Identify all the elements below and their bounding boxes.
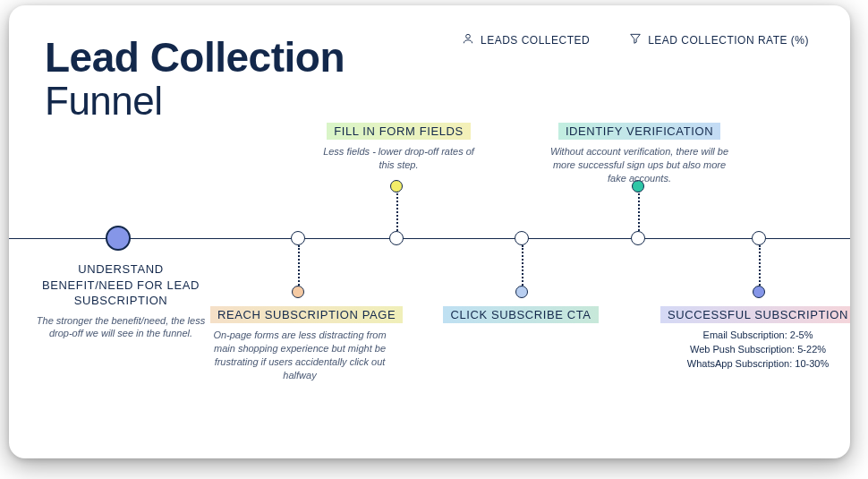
timeline-node-6 — [752, 231, 766, 245]
connector-3 — [396, 191, 398, 231]
connector-4 — [522, 245, 523, 286]
endpoint-3 — [390, 180, 403, 192]
step-form-fields: FILL IN FORM FIELDS Less fields - lower … — [320, 123, 477, 172]
person-icon — [462, 32, 474, 47]
legend-item-rate: LEAD COLLECTION RATE (%) — [629, 32, 809, 47]
timeline-node-2 — [291, 231, 305, 245]
step-stats: Email Subscription: 2-5% Web Push Subscr… — [655, 329, 850, 372]
endpoint-2 — [292, 286, 304, 298]
step-title: FILL IN FORM FIELDS — [327, 123, 471, 140]
step-reach-page: REACH SUBSCRIPTION PAGE On-page forms ar… — [210, 306, 389, 381]
connector-6 — [759, 245, 761, 286]
step-desc: Without account verification, there will… — [548, 145, 731, 185]
timeline-node-3 — [389, 231, 404, 245]
endpoint-4 — [515, 286, 528, 298]
legend: LEADS COLLECTED LEAD COLLECTION RATE (%) — [462, 32, 809, 47]
endpoint-6 — [753, 286, 765, 298]
step-desc: On-page forms are less distracting from … — [210, 329, 389, 381]
title-line2: Funnel — [45, 79, 814, 124]
step-title: SUCCESSFUL SUBSCRIPTION — [660, 306, 850, 323]
step-understand: UNDERSTAND BENEFIT/NEED FOR LEAD SUBSCRI… — [36, 261, 206, 340]
connector-5 — [638, 191, 640, 231]
diagram-card: LEADS COLLECTED LEAD COLLECTION RATE (%)… — [9, 5, 850, 458]
connector-2 — [298, 245, 300, 286]
step-desc: Less fields - lower drop-off rates of th… — [320, 145, 477, 172]
step-click-cta: CLICK SUBSCRIBE CTA — [436, 306, 606, 329]
legend-label: LEAD COLLECTION RATE (%) — [648, 34, 809, 47]
step-title: REACH SUBSCRIPTION PAGE — [210, 306, 403, 323]
timeline-node-4 — [515, 231, 529, 245]
step-title: UNDERSTAND BENEFIT/NEED FOR LEAD SUBSCRI… — [36, 261, 206, 309]
funnel-icon — [629, 32, 642, 47]
page-title: Lead Collection Funnel — [45, 36, 814, 124]
step-verification: IDENTIFY VERIFICATION Without account ve… — [548, 123, 731, 185]
step-success: SUCCESSFUL SUBSCRIPTION Email Subscripti… — [655, 306, 850, 372]
legend-label: LEADS COLLECTED — [481, 34, 590, 47]
step-title: CLICK SUBSCRIBE CTA — [443, 306, 598, 323]
timeline-node-5 — [631, 231, 645, 245]
svg-point-0 — [466, 34, 471, 38]
step-desc: The stronger the benefit/need, the less … — [36, 314, 206, 341]
step-title: IDENTIFY VERIFICATION — [558, 123, 720, 140]
legend-item-leads: LEADS COLLECTED — [462, 32, 590, 47]
timeline-node-1 — [106, 226, 131, 251]
